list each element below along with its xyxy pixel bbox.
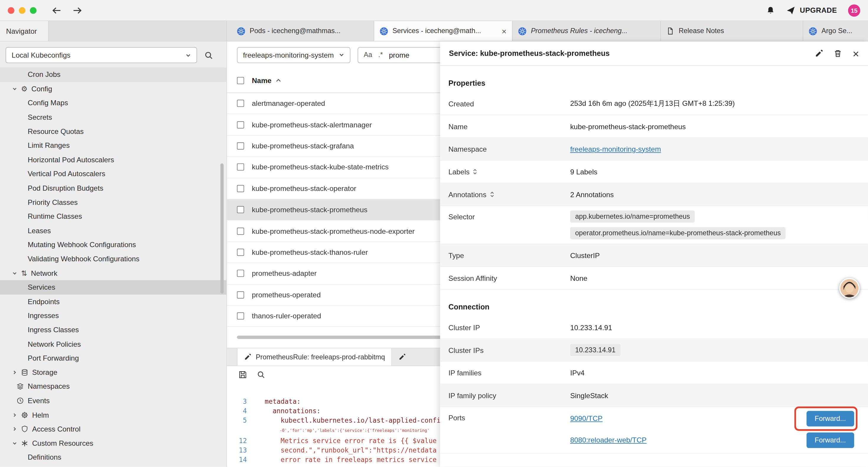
dock-tab-prometheusrule[interactable]: PrometheusRule: freeleaps-prod-rabbitmq: [237, 348, 392, 366]
sidebar-item-validating-webhook-configura[interactable]: Validating Webhook Configurations: [0, 252, 226, 266]
sidebar-item-storage[interactable]: Storage: [0, 365, 226, 380]
service-name: kube-prometheus-stack-prometheus-node-ex…: [252, 227, 415, 235]
column-header-name[interactable]: Name: [252, 76, 272, 85]
sidebar-item-runtime-classes[interactable]: Runtime Classes: [0, 209, 226, 224]
search-input[interactable]: prome: [389, 51, 409, 59]
sidebar-scrollbar[interactable]: [220, 164, 224, 293]
forward-button[interactable]: Forward...: [806, 432, 854, 447]
sidebar-item-config-maps[interactable]: Config Maps: [0, 96, 226, 110]
sidebar-item-ingress-classes[interactable]: Ingress Classes: [0, 323, 226, 337]
sidebar-search-icon[interactable]: [204, 51, 213, 59]
namespace-select[interactable]: freeleaps-monitoring-system: [237, 47, 350, 63]
forward-button[interactable]: Forward...: [806, 411, 854, 426]
match-case-toggle[interactable]: Aa: [364, 51, 372, 59]
sidebar-item-label: Port Forwarding: [28, 354, 79, 362]
upgrade-button[interactable]: UPGRADE: [786, 6, 837, 15]
regex-toggle[interactable]: .*: [378, 51, 383, 59]
drawer-row-type: TypeClusterIP: [440, 244, 868, 267]
sidebar-item-port-forwarding[interactable]: Port Forwarding: [0, 351, 226, 365]
kubeconfig-bar: Local Kubeconfigs: [0, 42, 226, 68]
sidebar-item-events[interactable]: Events: [0, 394, 226, 408]
user-avatar[interactable]: [839, 278, 860, 298]
tab-services-icecheng-math[interactable]: Services - icecheng@math...×: [374, 21, 513, 41]
sidebar-item-label: Limit Ranges: [28, 141, 70, 150]
drawer-row-value: 2 Annotations: [570, 191, 859, 199]
editor-search-icon[interactable]: [257, 370, 265, 379]
zoom-window-button[interactable]: [30, 7, 36, 13]
sidebar-item-ingresses[interactable]: Ingresses: [0, 309, 226, 323]
notifications-bell-icon[interactable]: [766, 6, 775, 15]
sidebar-item-network-policies[interactable]: Network Policies: [0, 337, 226, 351]
sort-icon[interactable]: [490, 191, 494, 198]
sidebar-item-definitions[interactable]: Definitions: [0, 450, 226, 464]
edit-button[interactable]: [815, 49, 824, 58]
close-drawer-button[interactable]: ×: [852, 48, 859, 59]
row-checkbox[interactable]: [237, 142, 244, 149]
sidebar-item-config[interactable]: ⚙Config: [0, 82, 226, 96]
sidebar-item-vertical-pod-autoscalers[interactable]: Vertical Pod Autoscalers: [0, 167, 226, 181]
port-link[interactable]: 8080:reloader-web/TCP: [570, 436, 647, 444]
row-checkbox[interactable]: [237, 185, 244, 192]
row-checkbox[interactable]: [237, 270, 244, 277]
sidebar-item-label: Priority Classes: [28, 198, 78, 206]
service-name: kube-prometheus-stack-operator: [252, 184, 356, 193]
sidebar-item-network[interactable]: ⇅Network: [0, 266, 226, 280]
row-checkbox[interactable]: [237, 121, 244, 128]
row-checkbox[interactable]: [237, 100, 244, 107]
tab-argo-se[interactable]: Argo Se...: [803, 21, 868, 41]
tab-pods-icecheng-mathmas[interactable]: Pods - icecheng@mathmas...: [231, 21, 374, 41]
value-badge: 10.233.14.91: [570, 344, 621, 356]
row-checkbox[interactable]: [237, 227, 244, 234]
delete-button[interactable]: [834, 49, 842, 58]
sidebar-item-cron-jobs[interactable]: Cron Jobs: [0, 68, 226, 82]
sidebar-item-horizontal-pod-autoscalers[interactable]: Horizontal Pod Autoscalers: [0, 152, 226, 167]
table-search[interactable]: Aa .* prome: [358, 47, 453, 63]
row-checkbox[interactable]: [237, 291, 244, 298]
save-icon[interactable]: [239, 370, 247, 379]
row-checkbox[interactable]: [237, 249, 244, 256]
sidebar-item-custom-resources[interactable]: Custom Resources: [0, 436, 226, 450]
row-checkbox[interactable]: [237, 206, 244, 213]
tab-prometheus-rules-icecheng[interactable]: Prometheus Rules - icecheng...: [513, 21, 661, 41]
minimize-window-button[interactable]: [19, 7, 25, 13]
sidebar-item-leases[interactable]: Leases: [0, 224, 226, 238]
sidebar-item-access-control[interactable]: Access Control: [0, 422, 226, 436]
sidebar-item-endpoints[interactable]: Endpoints: [0, 294, 226, 309]
namespace-link[interactable]: freeleaps-monitoring-system: [570, 145, 661, 153]
back-button[interactable]: [52, 6, 61, 14]
sidebar-item-label: Endpoints: [28, 297, 60, 305]
sidebar-item-label: Storage: [32, 368, 57, 377]
sidebar-item-label: Validating Webhook Configurations: [28, 255, 140, 263]
sidebar-item-services[interactable]: Services: [0, 280, 226, 294]
sidebar-item-resource-quotas[interactable]: Resource Quotas: [0, 124, 226, 138]
sidebar-item-secrets[interactable]: Secrets: [0, 110, 226, 124]
kubernetes-icon: [518, 27, 526, 35]
navigator-tab[interactable]: Navigator: [0, 21, 49, 41]
row-checkbox[interactable]: [237, 313, 244, 320]
kubeconfig-select[interactable]: Local Kubeconfigs: [6, 47, 197, 63]
drawer-row-value: ClusterIP: [570, 251, 859, 260]
sidebar-item-helm[interactable]: Helm: [0, 408, 226, 422]
drawer-row-value: SingleStack: [570, 391, 859, 400]
sort-ascending-icon[interactable]: [276, 78, 282, 83]
sidebar-item-label: Network: [31, 269, 57, 277]
sidebar-item-label: Events: [28, 396, 50, 405]
row-checkbox[interactable]: [237, 164, 244, 171]
sidebar-item-mutating-webhook-configurati[interactable]: Mutating Webhook Configurations: [0, 238, 226, 252]
service-name: kube-prometheus-stack-thanos-ruler: [252, 248, 368, 256]
sidebar-item-pod-disruption-budgets[interactable]: Pod Disruption Budgets: [0, 181, 226, 195]
sidebar-item-priority-classes[interactable]: Priority Classes: [0, 195, 226, 209]
sidebar-item-limit-ranges[interactable]: Limit Ranges: [0, 138, 226, 152]
port-link[interactable]: 9090/TCP: [570, 414, 603, 423]
close-window-button[interactable]: [8, 7, 14, 13]
notification-badge[interactable]: 15: [848, 4, 860, 16]
select-all-checkbox[interactable]: [237, 77, 244, 84]
forward-button[interactable]: [72, 6, 82, 14]
close-tab-icon[interactable]: ×: [502, 26, 506, 36]
chevron-right-icon: [12, 370, 17, 375]
sidebar-item-namespaces[interactable]: Namespaces: [0, 380, 226, 394]
drawer-row-value: freeleaps-monitoring-system: [570, 145, 859, 153]
drawer-row-label: IP family policy: [448, 391, 570, 400]
tab-release-notes[interactable]: Release Notes: [661, 21, 803, 41]
sort-icon[interactable]: [473, 169, 477, 175]
